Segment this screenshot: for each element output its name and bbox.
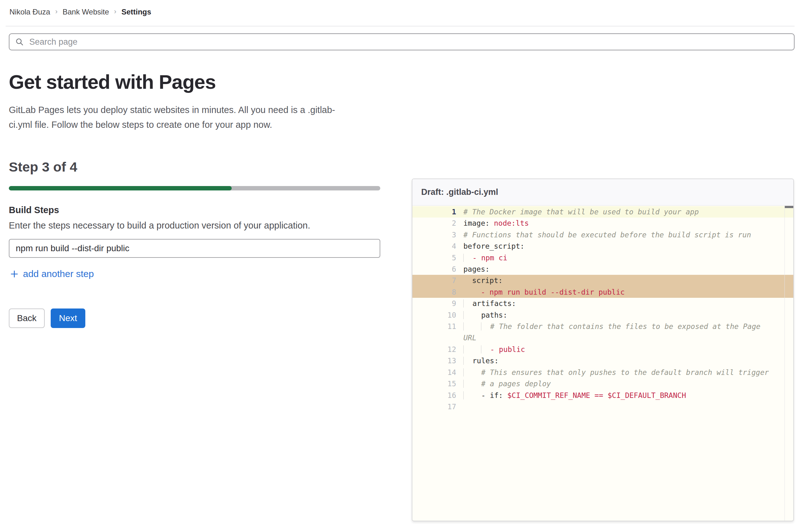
draft-file-title: Draft: .gitlab-ci.yml — [413, 179, 793, 206]
line-content: # The Docker image that will be used to … — [456, 206, 793, 217]
line-number: 9 — [413, 298, 456, 309]
code-line: 9 artifacts: — [413, 298, 793, 309]
code-line: 10 paths: — [413, 309, 793, 321]
breadcrumb-project[interactable]: Bank Website — [63, 7, 109, 16]
search-icon — [15, 37, 24, 46]
page-description: GitLab Pages lets you deploy static webs… — [9, 102, 355, 132]
code-line: URL — [413, 332, 793, 343]
line-number: 12 — [413, 344, 456, 355]
progress-bar — [9, 186, 380, 190]
build-step-input[interactable] — [9, 239, 380, 258]
code-line: 3# Functions that should be executed bef… — [413, 229, 793, 241]
code-line: 12 - public — [413, 344, 793, 355]
line-content: URL — [456, 332, 793, 343]
back-button[interactable]: Back — [9, 308, 45, 328]
line-number: 6 — [413, 264, 456, 275]
add-another-step-link[interactable]: add another step — [10, 268, 94, 279]
line-number: 11 — [413, 321, 456, 332]
breadcrumb-separator-icon: › — [114, 7, 116, 16]
line-number: 5 — [413, 252, 456, 264]
code-line: 16 - if: $CI_COMMIT_REF_NAME == $CI_DEFA… — [413, 390, 793, 401]
line-content: - public — [456, 344, 793, 355]
step-indicator: Step 3 of 4 — [9, 159, 804, 175]
line-number: 3 — [413, 229, 456, 241]
line-number: 2 — [413, 217, 456, 229]
code-line: 17 — [413, 401, 793, 412]
line-number: 13 — [413, 355, 456, 366]
line-content: - if: $CI_COMMIT_REF_NAME == $CI_DEFAULT… — [456, 390, 793, 401]
code-line: 15 # a pages deploy — [413, 378, 793, 390]
code-line: 14 # This ensures that only pushes to th… — [413, 367, 793, 378]
code-line: 1# The Docker image that will be used to… — [413, 206, 793, 217]
line-content: # a pages deploy — [456, 378, 793, 390]
code-line: 2image: node:lts — [413, 217, 793, 229]
breadcrumb: Nikola Đuza › Bank Website › Settings — [0, 0, 804, 16]
line-number: 10 — [413, 309, 456, 321]
line-number: 16 — [413, 390, 456, 401]
plus-icon — [10, 270, 19, 278]
line-content: paths: — [456, 309, 793, 321]
line-content: rules: — [456, 355, 793, 366]
line-number: 8 — [413, 286, 456, 298]
code-line: 4before_script: — [413, 241, 793, 252]
line-content: script: — [456, 275, 793, 286]
code-line: 5 - npm ci — [413, 252, 793, 264]
breadcrumb-user[interactable]: Nikola Đuza — [9, 7, 50, 16]
line-content: # Functions that should be executed befo… — [456, 229, 793, 241]
code-line: 7 script: — [413, 275, 793, 286]
code-line: 13 rules: — [413, 355, 793, 366]
breadcrumb-settings[interactable]: Settings — [121, 7, 151, 16]
code-line: 11 # The folder that contains the files … — [413, 321, 793, 332]
line-content: # This ensures that only pushes to the d… — [456, 367, 793, 378]
line-number: 7 — [413, 275, 456, 286]
line-content — [456, 401, 793, 412]
line-number: 1 — [413, 206, 456, 217]
line-number: 17 — [413, 401, 456, 412]
add-another-step-label: add another step — [23, 268, 94, 279]
search-input[interactable] — [28, 34, 794, 50]
code-lines: 1# The Docker image that will be used to… — [413, 206, 793, 412]
line-content: artifacts: — [456, 298, 793, 309]
code-editor[interactable]: 1# The Docker image that will be used to… — [413, 206, 793, 521]
line-number: 4 — [413, 241, 456, 252]
line-content: image: node:lts — [456, 217, 793, 229]
line-content: - npm run build --dist-dir public — [456, 286, 793, 298]
line-number — [413, 332, 456, 343]
line-content: # The folder that contains the files to … — [456, 321, 793, 332]
code-line: 6pages: — [413, 264, 793, 275]
next-button[interactable]: Next — [51, 308, 85, 328]
line-content: pages: — [456, 264, 793, 275]
line-content: - npm ci — [456, 252, 793, 264]
progress-bar-fill — [9, 186, 232, 190]
page-title: Get started with Pages — [9, 71, 804, 93]
breadcrumb-separator-icon: › — [55, 7, 57, 16]
code-line: 8 - npm run build --dist-dir public — [413, 286, 793, 298]
line-content: before_script: — [456, 241, 793, 252]
header-divider — [6, 26, 795, 26]
vertical-scrollbar[interactable] — [784, 206, 793, 521]
gitlab-ci-draft-panel: Draft: .gitlab-ci.yml 1# The Docker imag… — [412, 178, 794, 521]
search-bar — [9, 33, 795, 50]
line-number: 15 — [413, 378, 456, 390]
line-number: 14 — [413, 367, 456, 378]
scrollbar-thumb[interactable] — [785, 206, 793, 208]
